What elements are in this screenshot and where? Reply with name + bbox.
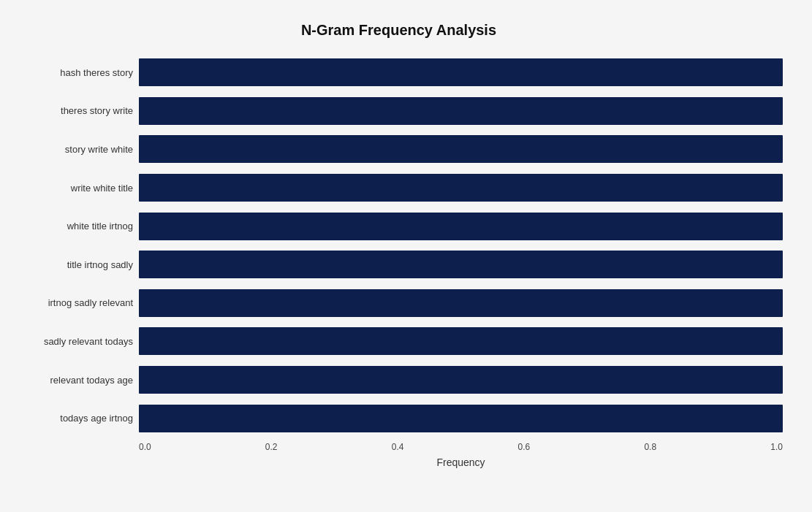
- bar-fill: [139, 58, 783, 86]
- bar-fill: [139, 174, 783, 202]
- bar-fill: [139, 135, 783, 163]
- x-tick: 1.0: [770, 442, 783, 452]
- bar-fill: [139, 213, 783, 240]
- bar-fill: [139, 97, 783, 125]
- bar-track: [139, 213, 783, 240]
- x-axis: 0.00.20.40.60.81.0 Frequency: [139, 438, 783, 468]
- bar-track: [139, 135, 783, 163]
- bar-row: sadly relevant todays: [15, 325, 783, 357]
- bar-track: [139, 58, 783, 86]
- x-tick: 0.8: [644, 442, 656, 452]
- chart-body: hash theres storytheres story writestory…: [15, 53, 783, 468]
- bar-track: [139, 289, 783, 317]
- bar-track: [139, 174, 783, 202]
- bar-row: story write white: [15, 133, 783, 165]
- bar-fill: [139, 366, 783, 394]
- bar-label: todays age irtnog: [15, 413, 139, 424]
- bar-track: [139, 366, 783, 394]
- chart-title: N-Gram Frequency Analysis: [15, 15, 783, 39]
- bar-track: [139, 97, 783, 125]
- bar-fill: [139, 405, 783, 432]
- bar-label: irtnog sadly relevant: [15, 297, 139, 308]
- bar-row: write white title: [15, 172, 783, 204]
- bar-fill: [139, 289, 783, 317]
- bar-row: theres story write: [15, 95, 783, 127]
- x-tick: 0.2: [265, 442, 278, 452]
- bar-label: story write white: [15, 144, 139, 155]
- bar-track: [139, 251, 783, 278]
- x-tick: 0.6: [518, 442, 531, 452]
- bar-label: hash theres story: [15, 67, 139, 78]
- chart-container: N-Gram Frequency Analysis hash theres st…: [0, 0, 812, 512]
- bar-row: white title irtnog: [15, 210, 783, 242]
- bar-fill: [139, 327, 783, 355]
- bar-row: irtnog sadly relevant: [15, 287, 783, 319]
- bar-track: [139, 405, 783, 432]
- bar-fill: [139, 251, 783, 278]
- bar-row: todays age irtnog: [15, 402, 783, 435]
- bar-label: white title irtnog: [15, 221, 139, 232]
- bar-area: hash theres storytheres story writestory…: [15, 53, 783, 438]
- bar-label: theres story write: [15, 105, 139, 116]
- bar-label: sadly relevant todays: [15, 336, 139, 347]
- bar-label: title irtnog sadly: [15, 259, 139, 270]
- bar-row: relevant todays age: [15, 364, 783, 396]
- x-tick: 0.4: [392, 442, 404, 452]
- bar-track: [139, 327, 783, 355]
- x-ticks: 0.00.20.40.60.81.0: [139, 438, 783, 452]
- bar-label: write white title: [15, 183, 139, 194]
- x-axis-label: Frequency: [139, 456, 783, 468]
- bar-row: title irtnog sadly: [15, 248, 783, 280]
- bar-row: hash theres story: [15, 56, 783, 88]
- bar-label: relevant todays age: [15, 375, 139, 386]
- x-tick: 0.0: [139, 442, 151, 452]
